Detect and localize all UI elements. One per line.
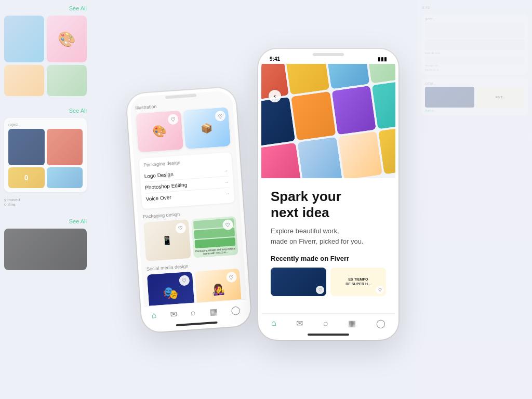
mosaic-grid xyxy=(261,64,395,178)
time-display: 9:41 xyxy=(270,56,280,62)
voice-over-arrow: → xyxy=(225,191,230,196)
hero-subtitle: Explore beautiful work,made on Fiverr, p… xyxy=(271,226,386,246)
nav-message-right[interactable]: ✉ xyxy=(296,318,303,328)
main-content: Illustration 🎨 ♡ 📦 ♡ xyxy=(0,0,532,399)
battery-display: ▮▮▮ xyxy=(378,56,387,62)
nav-orders-left[interactable]: ▦ xyxy=(209,306,218,316)
nav-search-left[interactable]: ⌕ xyxy=(190,308,196,318)
mosaic-cell-6 xyxy=(291,91,336,140)
mosaic-container: ‹ xyxy=(261,64,395,178)
recent-card-1: ♡ xyxy=(271,268,326,296)
mosaic-cell-5 xyxy=(261,97,296,146)
left-phone-content: Illustration 🎨 ♡ 📦 ♡ xyxy=(129,90,248,330)
nav-message-left[interactable]: ✉ xyxy=(170,309,177,320)
right-phone-content: 9:41 ▮▮▮ xyxy=(261,52,395,337)
illustration-card-1: 🎨 ♡ xyxy=(136,111,183,153)
nav-search-right[interactable]: ⌕ xyxy=(323,318,328,328)
recent-card-2: ES TIEMPODE SUPER H... ♡ xyxy=(330,268,386,296)
mosaic-cell-3 xyxy=(325,64,370,89)
phone-notch-right xyxy=(313,53,344,56)
phone-right-screen: 9:41 ▮▮▮ xyxy=(261,52,395,337)
phone-left-screen: Illustration 🎨 ♡ 📦 ♡ xyxy=(129,90,248,330)
photoshop-arrow: → xyxy=(224,179,229,185)
illustration-section: Illustration 🎨 ♡ 📦 ♡ xyxy=(130,99,236,153)
nav-home-right[interactable]: ⌂ xyxy=(271,318,276,328)
packaging-cards-section: Packaging design 📱 ♡ Packaging design a xyxy=(138,207,244,262)
packaging-grid: 📱 ♡ Packaging design and long vertical n… xyxy=(143,216,238,261)
phone-left: Illustration 🎨 ♡ 📦 ♡ xyxy=(126,87,252,333)
nav-profile-right[interactable]: ◯ xyxy=(376,318,385,328)
nav-home-left[interactable]: ⌂ xyxy=(151,311,157,321)
mosaic-cell-9 xyxy=(261,142,302,178)
mosaic-cell-7 xyxy=(331,86,376,135)
mosaic-cell-11 xyxy=(338,131,382,178)
mosaic-cell-8 xyxy=(371,80,395,129)
logo-design-arrow: → xyxy=(223,168,229,174)
mosaic-cell-4 xyxy=(365,64,395,84)
recently-label: Recently made on Fiverr xyxy=(271,255,386,262)
nav-profile-left[interactable]: ◯ xyxy=(231,304,241,315)
hero-title: Spark yournext idea xyxy=(271,189,386,221)
phone-right: 9:41 ▮▮▮ xyxy=(258,49,398,340)
packaging-card-2: Packaging design and long vertical name … xyxy=(191,216,238,258)
packaging-menu-section: Packaging design Logo Design → Photoshop… xyxy=(139,152,234,209)
packaging-card-1: 📱 ♡ xyxy=(143,219,191,261)
mosaic-cell-2 xyxy=(285,64,329,95)
illustration-card-2: 📦 ♡ xyxy=(183,107,231,149)
mosaic-cell-10 xyxy=(298,137,342,178)
home-indicator-right xyxy=(308,334,349,336)
recent-items: ♡ ES TIEMPODE SUPER H... ♡ xyxy=(271,268,386,296)
nav-orders-right[interactable]: ▦ xyxy=(348,318,356,328)
back-button[interactable]: ‹ xyxy=(269,90,281,102)
